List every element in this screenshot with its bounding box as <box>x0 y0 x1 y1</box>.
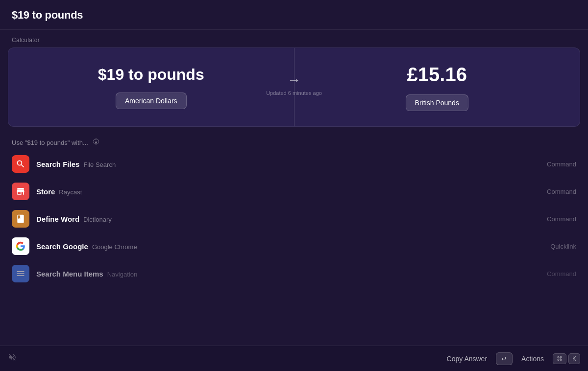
action-subtitle: Dictionary <box>83 216 112 223</box>
k-key-badge: K <box>568 353 580 364</box>
search-query: $19 to pounds <box>12 9 83 21</box>
calculator-inner: $19 to pounds American Dollars → Updated… <box>8 48 580 126</box>
action-shortcut: Command <box>547 161 576 168</box>
gear-icon[interactable] <box>92 139 100 146</box>
action-item-search-files[interactable]: Search Files File Search Command <box>0 150 588 178</box>
action-shortcut: Command <box>547 270 576 278</box>
actions-button[interactable]: Actions <box>516 352 549 366</box>
action-text-group: Define Word Dictionary <box>36 215 540 223</box>
action-subtitle: File Search <box>83 161 116 168</box>
action-subtitle: Raycast <box>59 188 82 196</box>
action-item-store[interactable]: Store Raycast Command <box>0 178 588 205</box>
search-bar: $19 to pounds <box>0 0 588 30</box>
action-name: Search Files <box>36 160 79 168</box>
actions-shortcut: ⌘ K <box>553 353 580 364</box>
action-shortcut: Quicklink <box>550 243 576 250</box>
action-name: Define Word <box>36 215 79 223</box>
bottom-bar: Copy Answer ↵ Actions ⌘ K <box>0 346 588 371</box>
action-text-group: Store Raycast <box>36 187 540 196</box>
action-subtitle: Google Chrome <box>92 243 137 251</box>
calc-from-value: $19 to pounds <box>98 66 204 84</box>
action-text-group: Search Google Google Chrome <box>36 242 543 251</box>
calc-to-value: £15.16 <box>407 64 467 86</box>
action-name: Search Google <box>36 242 88 251</box>
define-icon <box>12 210 29 228</box>
action-text-group: Search Files File Search <box>36 160 540 168</box>
action-shortcut: Command <box>547 188 576 195</box>
action-subtitle: Navigation <box>107 271 137 278</box>
action-name: Store <box>36 187 55 196</box>
calc-arrow-center: → Updated 6 minutes ago <box>266 73 322 96</box>
menu-icon <box>12 265 29 282</box>
action-shortcut: Command <box>547 215 576 223</box>
calc-updated-text: Updated 6 minutes ago <box>266 90 322 96</box>
action-item-search-google[interactable]: Search Google Google Chrome Quicklink <box>0 232 588 260</box>
calculator-card: $19 to pounds American Dollars → Updated… <box>8 47 580 127</box>
enter-key-button[interactable]: ↵ <box>496 352 513 365</box>
action-item-define-word[interactable]: Define Word Dictionary Command <box>0 205 588 232</box>
action-name: Search Menu Items <box>36 270 103 278</box>
mute-icon <box>8 353 17 364</box>
action-list: Search Files File Search Command Store R… <box>0 150 588 287</box>
use-with-header: Use "$19 to pounds" with... <box>0 131 588 150</box>
use-with-label: Use "$19 to pounds" with... <box>12 139 88 146</box>
search-files-icon <box>12 155 29 173</box>
calc-left: $19 to pounds American Dollars <box>8 48 294 126</box>
action-item-search-menu-items[interactable]: Search Menu Items Navigation Command <box>0 260 588 287</box>
action-text-group: Search Menu Items Navigation <box>36 270 540 278</box>
section-label: Calculator <box>0 30 588 47</box>
calc-arrow-icon: → <box>287 73 301 87</box>
cmd-key-badge: ⌘ <box>553 353 566 364</box>
from-currency-button[interactable]: American Dollars <box>116 93 187 109</box>
google-icon <box>12 237 29 255</box>
store-icon <box>12 183 29 200</box>
to-currency-button[interactable]: British Pounds <box>406 94 468 111</box>
copy-answer-button[interactable]: Copy Answer <box>442 352 492 366</box>
calc-right: £15.16 British Pounds <box>294 48 580 126</box>
